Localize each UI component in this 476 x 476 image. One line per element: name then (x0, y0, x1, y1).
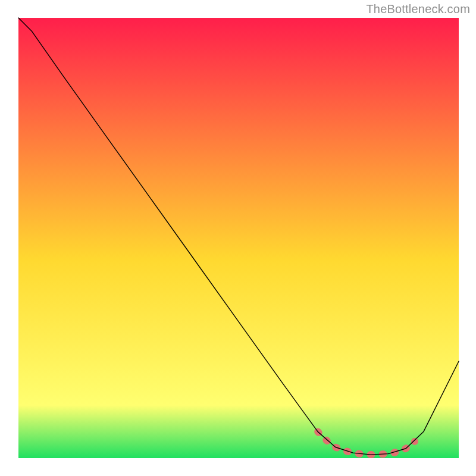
chart-svg (0, 0, 476, 476)
plot-background (18, 18, 459, 458)
chart-container: TheBottleneck.com (0, 0, 476, 476)
